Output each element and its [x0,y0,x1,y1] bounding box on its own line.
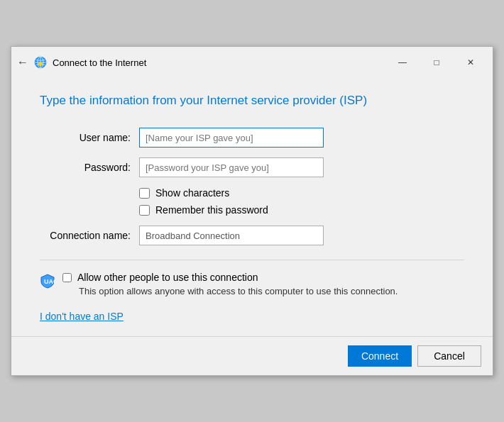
close-button[interactable]: ✕ [454,52,487,72]
password-row: Password: [40,157,464,177]
maximize-button[interactable]: □ [420,52,453,72]
allow-section: UAC Allow other people to use this conne… [40,272,464,296]
allow-others-label[interactable]: Allow other people to use this connectio… [77,272,258,283]
globe-icon [34,56,47,69]
minimize-button[interactable]: — [386,52,419,72]
connection-name-label: Connection name: [40,230,139,241]
password-input[interactable] [139,157,324,177]
remember-password-checkbox[interactable] [139,205,150,216]
title-bar-left: ← Connect to the Internet [17,56,146,69]
back-button[interactable]: ← [17,56,28,69]
allow-content: Allow other people to use this connectio… [62,272,398,296]
content-area: Type the information from your Internet … [11,77,493,336]
connect-button[interactable]: Connect [348,345,412,367]
password-label: Password: [40,162,139,173]
allow-others-checkbox[interactable] [62,273,72,282]
window-controls: — □ ✕ [386,52,487,72]
show-characters-label[interactable]: Show characters [155,187,229,199]
username-label: User name: [40,132,139,143]
shield-icon: UAC [40,273,55,289]
title-bar: ← Connect to the Internet — □ ✕ [11,47,493,77]
allow-description: This option allows anyone with access to… [79,286,398,296]
connection-name-input[interactable] [139,226,324,245]
page-heading: Type the information from your Internet … [40,94,464,108]
username-input[interactable] [139,128,324,148]
remember-password-row: Remember this password [139,204,464,216]
window-title: Connect to the Internet [53,57,146,68]
no-isp-link[interactable]: I don't have an ISP [40,311,124,322]
allow-top: Allow other people to use this connectio… [62,272,398,283]
divider [40,260,464,260]
remember-password-label[interactable]: Remember this password [155,204,268,216]
username-row: User name: [40,128,464,148]
show-characters-row: Show characters [139,187,464,199]
connection-name-row: Connection name: [40,226,464,245]
show-characters-checkbox[interactable] [139,188,150,199]
checkboxes-area: Show characters Remember this password [139,187,464,216]
cancel-button[interactable]: Cancel [417,345,481,367]
main-window: ← Connect to the Internet — □ ✕ Type the… [11,46,493,376]
shield-icon-wrap: UAC [40,273,55,291]
svg-text:UAC: UAC [44,278,55,285]
footer: Connect Cancel [11,336,493,375]
